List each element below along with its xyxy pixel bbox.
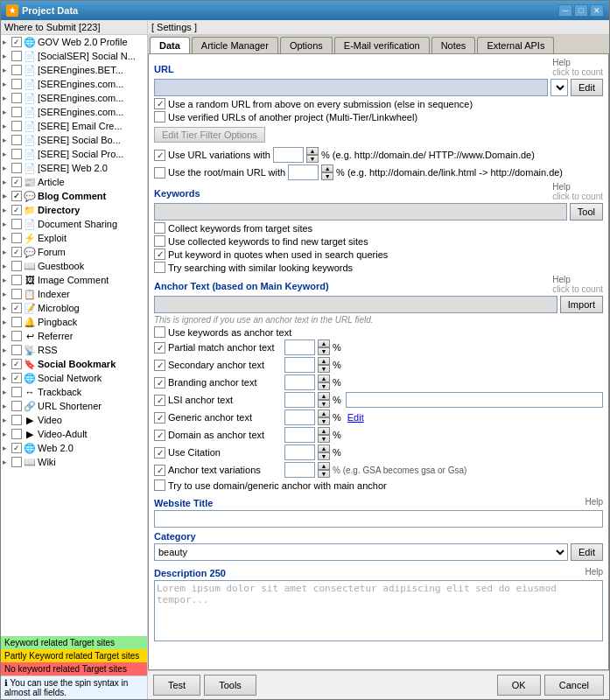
root-url-checkbox[interactable] [154,167,165,178]
partial-up[interactable]: ▲ [318,340,330,347]
citation-checkbox[interactable] [154,447,165,458]
try-domain-checkbox[interactable] [154,480,165,491]
sidebar-item-trackback[interactable]: ▸ ↔ Trackback [1,385,147,399]
url-edit-button[interactable]: Edit [571,79,603,96]
anchor-variations-checkbox[interactable] [154,465,165,476]
domain-anchor-checkbox[interactable] [154,430,165,441]
sidebar-item-sere-web20[interactable]: ▸ 📄 [SERE] Web 2.0 [1,161,147,175]
domain-anchor-value[interactable]: 10 [284,427,315,443]
sidebar-item-article[interactable]: ▸ 📰 Article [1,175,147,189]
checkbox-microblog[interactable] [11,303,22,313]
variations-up[interactable]: ▲ [306,147,319,155]
checkbox-rss[interactable] [11,345,22,355]
use-keywords-anchor-checkbox[interactable] [154,326,165,338]
sidebar-item-sere-social-bo[interactable]: ▸ 📄 [SERE] Social Bo... [1,133,147,147]
checkbox-sere-socialpro[interactable] [11,149,22,159]
branding-value[interactable]: 70 [284,374,315,390]
checkbox-web20[interactable] [11,443,22,453]
sidebar-item-forum[interactable]: ▸ 💬 Forum [1,245,147,259]
sidebar-item-web20[interactable]: ▸ 🌐 Web 2.0 [1,441,147,455]
checkbox-docshare[interactable] [11,219,22,229]
url-dropdown[interactable] [550,79,568,96]
checkbox-article[interactable] [11,177,22,187]
root-url-spinner[interactable]: ▲ ▼ [321,164,333,180]
sidebar-item-guestbook[interactable]: ▸ 📖 Guestbook [1,259,147,273]
sidebar-item-serengines-com1[interactable]: ▸ 📄 [SEREngines.com... [1,77,147,91]
use-collected-checkbox[interactable] [154,235,165,247]
random-url-checkbox[interactable] [154,98,165,109]
root-url-value[interactable]: 30 [288,164,319,180]
checkbox-socialbookmark[interactable] [11,359,22,369]
checkbox-urlshortener[interactable] [11,401,22,411]
tab-article-manager[interactable]: Article Manager [192,37,278,53]
domain-anchor-down[interactable]: ▼ [318,435,330,443]
keywords-tool-button[interactable]: Tool [570,203,603,220]
sidebar-item-pingback[interactable]: ▸ 🔔 Pingback [1,315,147,329]
sidebar-item-directory[interactable]: ▸ 📁 Directory [1,203,147,217]
checkbox-guestbook[interactable] [11,261,22,271]
secondary-anchor-checkbox[interactable] [154,360,165,371]
sidebar-item-rss[interactable]: ▸ 📡 RSS [1,343,147,357]
checkbox-sere-web20[interactable] [11,163,22,173]
sidebar-item-social-bookmark[interactable]: ▸ 🔖 Social Bookmark [1,357,147,371]
checkbox-socialser[interactable] [11,51,22,61]
checkbox-sere-socialbo[interactable] [11,135,22,145]
close-button[interactable]: ✕ [590,4,604,17]
lsi-up[interactable]: ▲ [318,392,330,400]
category-select[interactable]: beauty [154,543,568,561]
sidebar-item-wiki[interactable]: ▸ 📖 Wiki [1,455,147,469]
checkbox-sercom1[interactable] [11,79,22,89]
checkbox-referrer[interactable] [11,331,22,341]
partial-match-checkbox[interactable] [154,342,165,354]
sidebar-item-exploit[interactable]: ▸ ⚡ Exploit [1,231,147,245]
checkbox-serbet[interactable] [11,65,22,75]
checkbox-imgcomment[interactable] [11,275,22,285]
anchor-var-up[interactable]: ▲ [318,462,330,470]
website-title-input[interactable]: MarcyProduct, ClancyProduct, Tablets, ba… [154,510,603,528]
generic-checkbox[interactable] [154,412,165,424]
sidebar-item-serengines-bet[interactable]: ▸ 📄 [SEREngines.BET... [1,63,147,77]
anchor-import-button[interactable]: Import [560,296,603,313]
checkbox-trackback[interactable] [11,387,22,397]
keywords-input[interactable]: acme acme acme control acme acme cums ac… [154,203,567,220]
sidebar-item-sere-social-pro[interactable]: ▸ 📄 [SERE] Social Pro... [1,147,147,161]
category-edit-button[interactable]: Edit [571,543,603,561]
sidebar-item-indexer[interactable]: ▸ 📋 Indexer [1,287,147,301]
maximize-button[interactable]: □ [574,4,588,17]
sidebar-item-video[interactable]: ▸ ▶ Video [1,413,147,427]
variations-value[interactable]: 100 [273,147,304,163]
checkbox-wiki[interactable] [11,457,22,467]
sidebar-item-microblog[interactable]: ▸ 📝 Microblog [1,301,147,315]
branding-checkbox[interactable] [154,377,165,388]
checkbox-exploit[interactable] [11,233,22,243]
checkbox-gov[interactable] [11,37,22,47]
generic-edit-link[interactable]: Edit [347,412,364,423]
lsi-extra-input[interactable] [346,392,603,408]
sidebar-item-social-network[interactable]: ▸ 🌐 Social Network [1,371,147,385]
tab-notes[interactable]: Notes [431,37,476,53]
citation-value[interactable]: 25 [284,444,315,460]
sidebar-item-video-adult[interactable]: ▸ ▶ Video-Adult [1,427,147,441]
collect-keywords-checkbox[interactable] [154,222,165,234]
generic-up[interactable]: ▲ [318,410,330,417]
citation-up[interactable]: ▲ [318,444,330,452]
checkbox-sercom3[interactable] [11,107,22,117]
url-input[interactable] [154,79,548,96]
tab-options[interactable]: Options [280,37,333,53]
minimize-button[interactable]: ─ [558,4,572,17]
try-similar-checkbox[interactable] [154,262,165,273]
branding-down[interactable]: ▼ [318,382,330,390]
use-variations-checkbox[interactable] [154,150,165,161]
tab-email-verification[interactable]: E-Mail verification [334,37,430,53]
checkbox-forum[interactable] [11,247,22,257]
ok-button[interactable]: OK [497,675,541,696]
sidebar-item-document-sharing[interactable]: ▸ 📄 Document Sharing [1,217,147,231]
variations-down[interactable]: ▼ [306,155,319,163]
checkbox-pingback[interactable] [11,317,22,327]
variations-spinner[interactable]: ▲ ▼ [306,147,319,163]
sidebar-item-referrer[interactable]: ▸ ↩ Referrer [1,329,147,343]
put-quotes-checkbox[interactable] [154,248,165,260]
secondary-down[interactable]: ▼ [318,365,330,373]
sidebar-item-serengines-com2[interactable]: ▸ 📄 [SEREngines.com... [1,91,147,105]
root-url-down[interactable]: ▼ [321,172,333,180]
